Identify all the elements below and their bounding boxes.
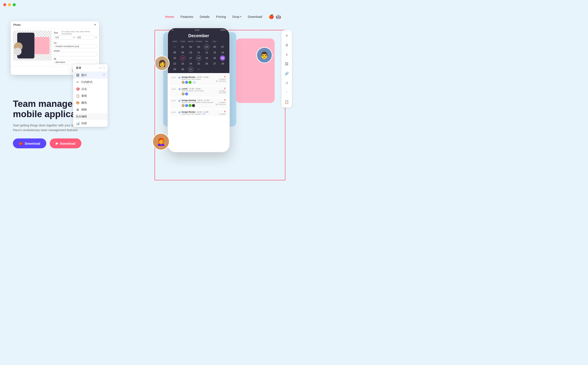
cal-01[interactable]: 01 <box>180 44 185 49</box>
menu-item-click[interactable]: 🎯 点击 <box>73 85 108 92</box>
download-buttons: 🍎 Download ▶ Download <box>13 138 137 148</box>
cal-09[interactable]: 09 <box>180 50 185 55</box>
cal-15[interactable]: 15 <box>172 56 177 61</box>
tool-rotate[interactable]: ↺ <box>283 79 290 86</box>
event-dot-3 <box>179 100 180 102</box>
nav-pricing[interactable]: Pricing <box>216 15 226 19</box>
cal-03[interactable]: 03 <box>196 44 201 49</box>
tool-link[interactable]: 🔗 <box>283 70 290 77</box>
cal-25[interactable]: 25 <box>196 61 201 66</box>
alt-field-row: alt <box>54 58 97 64</box>
event-title-1: Design Review · 10:15 - 11:45 <box>182 76 214 78</box>
location-text-2: Location:Taco Bell <box>219 90 226 94</box>
modal-close-button[interactable]: ✕ <box>94 23 96 27</box>
menu-item-image[interactable]: 🖼 图片 ☞ <box>73 72 108 79</box>
menu-item-color[interactable]: 🎨 颜色 <box>73 99 108 106</box>
location-text-1: Location:3B, 2nd Floor <box>216 78 226 82</box>
tool-share[interactable]: ↑ <box>283 89 290 96</box>
event-dot-1 <box>179 77 180 78</box>
cal-21[interactable]: 21 <box>220 56 225 61</box>
cal-22[interactable]: 22 <box>172 61 177 66</box>
event-people-3: Bryant Ford, Ami Koehler, Debra Mcmunn <box>182 101 214 103</box>
attendee-1a <box>182 81 185 84</box>
navbar: Home Features Details Pricing Drop▾ Down… <box>13 12 281 21</box>
cal-10[interactable]: 10 <box>188 50 193 55</box>
cal-04[interactable]: 04 <box>204 44 209 49</box>
event-location-4: 📍 Location: <box>219 111 226 115</box>
tool-page[interactable]: 📋 <box>283 98 290 105</box>
cal-30b[interactable]: 30 <box>180 67 185 72</box>
traffic-light-yellow[interactable] <box>8 3 11 6</box>
nav-drop[interactable]: Drop▾ <box>232 15 241 19</box>
cal-19[interactable]: 19 <box>204 56 209 61</box>
cal-13[interactable]: 13 <box>212 50 217 55</box>
apple-icon[interactable]: 🍎 <box>269 14 274 19</box>
cal-07[interactable]: 07 <box>220 44 225 49</box>
cal-11[interactable]: 11 <box>196 50 201 55</box>
traffic-lights <box>3 3 16 6</box>
event-time-2: 12:20 <box>171 88 177 90</box>
size-label: Size <box>54 32 60 34</box>
events-list: 10:15 Design Review · 10:15 - 11:45 Brya… <box>168 73 229 118</box>
menu-item-content[interactable]: 📊 内容 <box>73 120 108 127</box>
srcset-field-row: srcset <box>54 50 97 56</box>
cal-27[interactable]: 27 <box>212 61 217 66</box>
event-item-3: 16:15 Design Meeting · 16:15 - 17:10 Bry… <box>170 98 228 108</box>
event-content-1: Design Review · 10:15 - 11:45 Bryant For… <box>182 76 214 84</box>
menu-label-content: 内容 <box>81 121 87 125</box>
android-icon[interactable]: 🤖 <box>276 14 281 19</box>
preview-avatar-2 <box>14 48 22 55</box>
cal-12[interactable]: 12 <box>204 50 209 55</box>
day-label-sat: SAT <box>211 40 218 43</box>
src-input[interactable] <box>54 44 97 48</box>
cal-30[interactable]: 30 <box>172 44 177 49</box>
nav-details[interactable]: Details <box>200 15 210 19</box>
menu-item-inline-style[interactable]: ✏ 行内样式 <box>73 79 108 85</box>
nav-download[interactable]: Download <box>248 15 262 19</box>
download-apple-button[interactable]: 🍎 Download <box>13 138 46 148</box>
status-battery: 100% ▪ <box>220 29 226 31</box>
cal-18[interactable]: 18 <box>196 56 201 61</box>
cal-05[interactable]: 05 <box>212 44 217 49</box>
cal-26[interactable]: 26 <box>204 61 209 66</box>
calendar-month: December <box>171 33 226 38</box>
width-input[interactable] <box>54 35 73 40</box>
tool-desktop[interactable]: 🖥 <box>283 42 290 49</box>
nav-features[interactable]: Features <box>181 15 193 19</box>
nav-home[interactable]: Home <box>165 15 174 19</box>
cal-29[interactable]: 29 <box>172 67 177 72</box>
apple-btn-icon: 🍎 <box>19 141 23 145</box>
cal-08[interactable]: 08 <box>172 50 177 55</box>
calendar-days-header: MON TUES WEDS THURS FRI SAT <box>171 40 226 43</box>
modal-fields: Size (If a style exists, this value will… <box>54 30 97 64</box>
src-field-row: src <box>54 42 97 48</box>
cal-31[interactable]: 31 <box>188 67 193 72</box>
cal-01b[interactable]: 01 <box>196 67 201 72</box>
height-input[interactable] <box>76 35 95 40</box>
cal-28[interactable]: 28 <box>220 61 225 66</box>
alt-input[interactable] <box>54 60 97 64</box>
srcset-input[interactable] <box>54 52 97 56</box>
cal-14[interactable]: 14 <box>220 50 225 55</box>
cal-16[interactable]: 16 <box>180 56 185 61</box>
alt-label: alt <box>54 58 97 60</box>
attendee-1b <box>185 81 188 84</box>
menu-item-remove[interactable]: 🗑 移除 <box>73 106 108 113</box>
tool-image[interactable]: 🖼 <box>283 61 290 68</box>
menu-item-backend-edit[interactable]: 后台编辑 <box>73 113 108 120</box>
traffic-light-green[interactable] <box>13 3 16 6</box>
event-location-3: 📍 Location:3B, 2nd Floor <box>216 99 226 105</box>
day-label-weds: WEDS <box>187 40 195 43</box>
cal-24[interactable]: 24 <box>188 61 193 66</box>
tool-download[interactable]: ⬇ <box>283 51 290 58</box>
menu-item-copy[interactable]: 📋 复制 <box>73 92 108 99</box>
traffic-light-red[interactable] <box>3 3 6 6</box>
tool-add[interactable]: ✛ <box>283 32 290 39</box>
cal-17[interactable]: 17 <box>188 56 193 61</box>
cal-23[interactable]: 23 <box>180 61 185 66</box>
event-people-4: Bryant Ford, Ami Koehler +21 <box>182 113 218 115</box>
event-attendees-2 <box>182 92 218 95</box>
cal-02[interactable]: 02 <box>188 44 193 49</box>
download-android-button[interactable]: ▶ Download <box>50 138 82 148</box>
cal-20[interactable]: 20 <box>212 56 217 61</box>
